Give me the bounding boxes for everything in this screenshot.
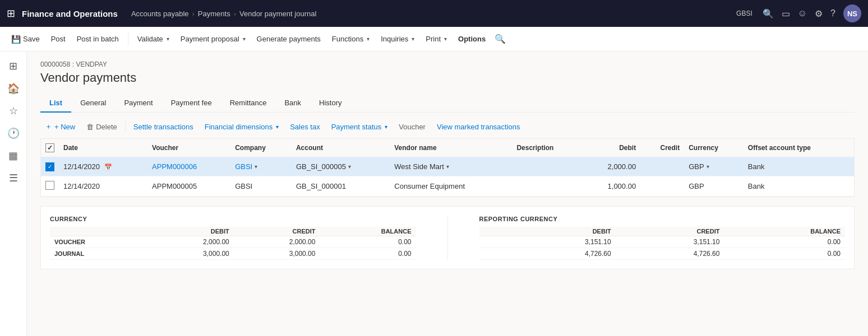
calendar-icon[interactable]: 📅 xyxy=(104,164,112,170)
validate-button[interactable]: Validate xyxy=(133,32,174,45)
currency-summary-title: CURRENCY xyxy=(50,216,416,222)
rep-balance-col: BALANCE xyxy=(724,227,845,236)
rep-label-col xyxy=(479,227,507,236)
sales-tax-button[interactable]: Sales tax xyxy=(285,120,324,133)
summary-balance-col: BALANCE xyxy=(320,227,415,236)
sidebar-grid-icon[interactable]: ▦ xyxy=(3,146,24,166)
col-debit: Debit xyxy=(583,139,641,157)
table-row[interactable]: ✓ 12/14/2020 📅 APPM000006 GBSI xyxy=(41,157,854,176)
breadcrumb-payments[interactable]: Payments xyxy=(198,10,230,18)
functions-button[interactable]: Functions xyxy=(327,32,374,45)
cell-date: 12/14/2020 xyxy=(59,176,147,196)
select-all-header[interactable]: ✓ xyxy=(41,139,59,157)
col-vendor-name: Vendor name xyxy=(390,139,512,157)
rep-voucher-label xyxy=(479,236,507,248)
save-button[interactable]: 💾 Save xyxy=(7,32,44,46)
account-dropdown-icon[interactable]: ▾ xyxy=(348,164,351,170)
payment-status-button[interactable]: Payment status xyxy=(327,120,393,133)
tab-bank[interactable]: Bank xyxy=(275,94,310,113)
sidebar-list-icon[interactable]: ☰ xyxy=(3,168,24,188)
options-button[interactable]: Options xyxy=(454,32,490,45)
summary-voucher-balance: 0.00 xyxy=(320,236,415,248)
reporting-currency-title: REPORTING CURRENCY xyxy=(479,216,846,222)
cell-voucher: APPM000006 xyxy=(147,157,230,176)
col-offset-account-type: Offset account type xyxy=(744,139,854,157)
delete-button[interactable]: 🗑 Delete xyxy=(82,120,122,133)
new-button[interactable]: ＋ + New xyxy=(40,119,80,134)
cell-debit: 2,000.00 xyxy=(583,157,641,176)
generate-payments-button[interactable]: Generate payments xyxy=(252,32,325,45)
delete-icon: 🗑 xyxy=(86,123,94,131)
gear-icon[interactable]: ⚙ xyxy=(815,8,823,19)
tab-general[interactable]: General xyxy=(71,94,115,113)
sidebar-filter-icon[interactable]: ⊞ xyxy=(3,56,24,76)
cell-voucher: APPM000005 xyxy=(147,176,230,196)
view-marked-transactions-button[interactable]: View marked transactions xyxy=(432,120,525,133)
inquiries-button[interactable]: Inquiries xyxy=(376,32,419,45)
currency-dropdown-icon[interactable]: ▾ xyxy=(707,164,709,170)
rep-journal-credit: 4,726.60 xyxy=(616,248,724,259)
tab-history[interactable]: History xyxy=(310,94,350,113)
tab-payment[interactable]: Payment xyxy=(115,94,161,113)
emoji-icon[interactable]: ☺ xyxy=(798,8,807,18)
cell-credit xyxy=(640,157,684,176)
help-icon[interactable]: ? xyxy=(830,8,835,18)
company-dropdown-icon[interactable]: ▾ xyxy=(255,164,257,170)
sidebar-clock-icon[interactable]: 🕐 xyxy=(3,123,24,143)
rep-credit-col: CREDIT xyxy=(616,227,724,236)
financial-dimensions-button[interactable]: Financial dimensions xyxy=(200,120,283,133)
summary-voucher-row: VOUCHER 2,000.00 2,000.00 0.00 xyxy=(50,236,416,248)
col-account: Account xyxy=(292,139,390,157)
cell-debit: 1,000.00 xyxy=(583,176,641,196)
summary-area: CURRENCY DEBIT CREDIT BALANCE xyxy=(40,206,855,269)
table-row[interactable]: 12/14/2020 APPM000005 GBSI GB_SI_000001 … xyxy=(41,176,854,196)
summary-journal-row: JOURNAL 3,000.00 3,000.00 0.00 xyxy=(50,248,416,259)
summary-debit-col: DEBIT xyxy=(147,227,234,236)
voucher-button[interactable]: Voucher xyxy=(394,120,430,133)
row-checkbox[interactable]: ✓ xyxy=(41,157,59,176)
journal-ref: 00000058 : VENDPAY xyxy=(40,60,855,68)
col-company: Company xyxy=(230,139,292,157)
post-in-batch-button[interactable]: Post in batch xyxy=(72,32,123,45)
breadcrumb-vendor-payment-journal[interactable]: Vendor payment journal xyxy=(239,10,316,18)
panel-icon[interactable]: ▭ xyxy=(782,8,790,19)
currency-summary: CURRENCY DEBIT CREDIT BALANCE xyxy=(50,216,416,260)
sidebar: ⊞ 🏠 ☆ 🕐 ▦ ☰ xyxy=(0,52,27,336)
toolbar: 💾 Save Post Post in batch Validate Payme… xyxy=(0,27,868,52)
sidebar-star-icon[interactable]: ☆ xyxy=(3,101,24,121)
main-content: 00000058 : VENDPAY Vendor payments List … xyxy=(27,52,868,336)
layout: ⊞ 🏠 ☆ 🕐 ▦ ☰ 00000058 : VENDPAY Vendor pa… xyxy=(0,52,868,336)
summary-journal-credit: 3,000.00 xyxy=(234,248,320,259)
summary-credit-col: CREDIT xyxy=(234,227,320,236)
search-icon[interactable]: 🔍 xyxy=(763,8,774,19)
tab-remittance[interactable]: Remittance xyxy=(221,94,276,113)
col-date: Date xyxy=(59,139,147,157)
breadcrumb-accounts-payable[interactable]: Accounts payable xyxy=(131,10,189,18)
settle-transactions-button[interactable]: Settle transactions xyxy=(129,120,198,133)
toolbar-search-icon[interactable]: 🔍 xyxy=(495,34,506,44)
payment-proposal-button[interactable]: Payment proposal xyxy=(176,32,250,45)
tab-list[interactable]: List xyxy=(40,94,71,113)
nav-icons: GBSI 🔍 ▭ ☺ ⚙ ? NS xyxy=(736,4,861,22)
summary-journal-debit: 3,000.00 xyxy=(147,248,234,259)
rep-journal-row: 4,726.60 4,726.60 0.00 xyxy=(479,248,846,259)
app-grid-icon[interactable]: ⊞ xyxy=(7,7,15,20)
cell-date: 12/14/2020 📅 xyxy=(59,157,147,176)
col-currency: Currency xyxy=(684,139,744,157)
tabs: List General Payment Payment fee Remitta… xyxy=(40,94,855,113)
select-all-checkbox[interactable]: ✓ xyxy=(45,143,54,152)
rep-journal-debit: 4,726.60 xyxy=(507,248,616,259)
cell-account: GB_SI_000005 ▾ xyxy=(292,157,390,176)
row-checkbox[interactable] xyxy=(41,176,59,196)
print-button[interactable]: Print xyxy=(421,32,451,45)
sidebar-home-icon[interactable]: 🏠 xyxy=(3,78,24,99)
vendor-dropdown-icon[interactable]: ▾ xyxy=(446,164,449,170)
separator xyxy=(128,32,128,46)
rep-voucher-balance: 0.00 xyxy=(724,236,845,248)
tab-payment-fee[interactable]: Payment fee xyxy=(162,94,221,113)
cell-description[interactable] xyxy=(512,157,583,176)
summary-journal-label: JOURNAL xyxy=(50,248,147,259)
avatar[interactable]: NS xyxy=(843,4,861,22)
cell-offset-account-type: Bank xyxy=(744,157,854,176)
post-button[interactable]: Post xyxy=(47,32,70,45)
